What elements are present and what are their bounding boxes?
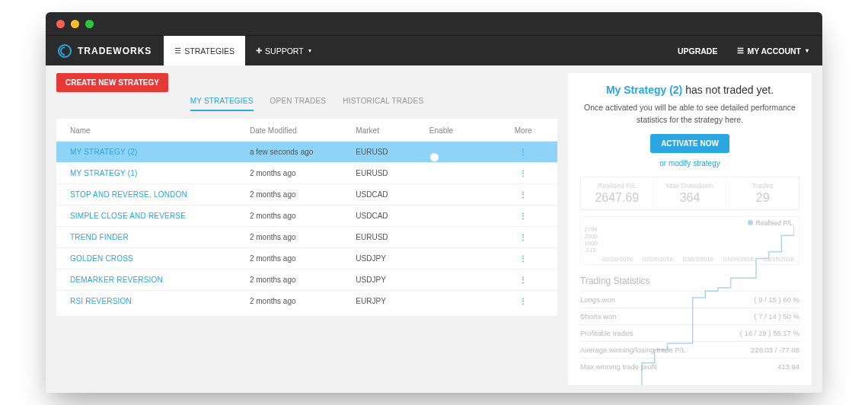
- stat-row: Realised P/L 2647.69 Max Drawdown 364 Tr…: [580, 177, 799, 210]
- strategy-market: USDJPY: [356, 276, 429, 284]
- strategy-name-link[interactable]: STOP AND REVERSE, LONDON: [70, 190, 250, 199]
- content-area: CREATE NEW STRATEGY MY STRATEGIES OPEN T…: [46, 65, 822, 393]
- window-minimize-icon[interactable]: [71, 20, 79, 28]
- tab-historical-trades[interactable]: HISTORICAL TRADES: [343, 97, 423, 111]
- table-row[interactable]: SIMPLE CLOSE AND REVERSE2 months agoUSDC…: [56, 205, 557, 226]
- stat-value: 29: [729, 191, 796, 205]
- nav-my-account-label: MY ACCOUNT: [747, 46, 801, 56]
- strategy-name-link[interactable]: RSI REVERSION: [70, 297, 250, 305]
- stat-max-drawdown: Max Drawdown 364: [653, 177, 726, 209]
- stat-value: 364: [657, 191, 723, 205]
- nav-strategies-label: STRATEGIES: [184, 46, 235, 56]
- strategy-name-link[interactable]: MY STRATEGY (1): [70, 169, 250, 177]
- nav-strategies[interactable]: ☰ STRATEGIES: [164, 36, 245, 65]
- nav-upgrade[interactable]: UPGRADE: [673, 46, 723, 56]
- stat-label: Max Drawdown: [657, 182, 723, 190]
- more-actions-button[interactable]: ⋮: [503, 212, 544, 220]
- create-strategy-button[interactable]: CREATE NEW STRATEGY: [56, 73, 168, 92]
- brand-logo-icon: [58, 44, 72, 58]
- brand-text: TRADEWORKS: [78, 46, 152, 56]
- nav-my-account[interactable]: ☰ MY ACCOUNT ▾: [732, 46, 813, 56]
- more-actions-button[interactable]: ⋮: [503, 297, 544, 305]
- strategy-date: 2 months ago: [250, 254, 356, 263]
- strategy-name-link[interactable]: SIMPLE CLOSE AND REVERSE: [70, 212, 250, 220]
- modify-strategy-link[interactable]: or modify strategy: [580, 159, 799, 167]
- detail-pane: My Strategy (2) has not traded yet. Once…: [568, 73, 812, 385]
- strategy-market: EURUSD: [356, 169, 429, 177]
- strategies-table: Name Date Modified Market Enable More MY…: [56, 119, 557, 316]
- pl-chart: Realised P/L 279420001000-118 02/20/2016…: [580, 216, 799, 266]
- col-more: More: [503, 126, 544, 135]
- strategy-market: USDCAD: [356, 190, 429, 199]
- nav-support[interactable]: ✚ SUPPORT ▾: [245, 36, 322, 65]
- strategy-date: 2 months ago: [250, 169, 356, 177]
- strategy-date: 2 months ago: [250, 212, 356, 220]
- stat-realised-pl: Realised P/L 2647.69: [581, 177, 653, 209]
- legend-dot-icon: [748, 220, 753, 225]
- table-row[interactable]: MY STRATEGY (1)2 months agoEURUSD⋮: [56, 162, 557, 183]
- strategy-market: EURUSD: [356, 233, 429, 241]
- strategy-date: 2 months ago: [250, 297, 356, 305]
- strategy-market: USDCAD: [356, 212, 429, 220]
- strategy-market: EURJPY: [356, 297, 429, 305]
- table-row[interactable]: DEMARKER REVERSION2 months agoUSDJPY⋮: [56, 269, 557, 290]
- table-header: Name Date Modified Market Enable More: [56, 126, 557, 141]
- detail-title-strategy: My Strategy (2): [606, 84, 682, 96]
- strategy-name-link[interactable]: GOLDEN CROSS: [70, 254, 250, 263]
- app-window: TRADEWORKS ☰ STRATEGIES ✚ SUPPORT ▾ UPGR…: [46, 12, 822, 393]
- col-name: Name: [70, 126, 250, 135]
- more-actions-button[interactable]: ⋮: [503, 276, 544, 284]
- chart-line: [604, 226, 794, 386]
- more-actions-button[interactable]: ⋮: [503, 148, 544, 156]
- col-enable: Enable: [429, 126, 503, 135]
- chevron-down-icon: ▾: [806, 47, 809, 54]
- table-row[interactable]: MY STRATEGY (2)a few seconds agoEURUSD⋮: [56, 141, 557, 162]
- strategy-date: 2 months ago: [250, 190, 356, 199]
- activate-button[interactable]: ACTIVATE NOW: [650, 134, 729, 153]
- support-icon: ✚: [256, 46, 262, 55]
- detail-subtitle: Once activated you will be able to see d…: [580, 102, 799, 126]
- more-actions-button[interactable]: ⋮: [503, 233, 544, 241]
- top-nav: TRADEWORKS ☰ STRATEGIES ✚ SUPPORT ▾ UPGR…: [46, 35, 822, 65]
- tab-my-strategies[interactable]: MY STRATEGIES: [190, 97, 254, 111]
- tab-open-trades[interactable]: OPEN TRADES: [270, 97, 327, 111]
- menu-icon: ☰: [737, 46, 744, 55]
- table-row[interactable]: TREND FINDER2 months agoEURUSD⋮: [56, 226, 557, 247]
- sub-tabs: MY STRATEGIES OPEN TRADES HISTORICAL TRA…: [56, 97, 557, 111]
- chevron-down-icon: ▾: [308, 47, 311, 54]
- table-row[interactable]: GOLDEN CROSS2 months agoUSDJPY⋮: [56, 247, 557, 269]
- stat-value: 2647.69: [584, 191, 650, 205]
- chart-x-axis: 02/20/201602/26/201603/03/201603/09/2016…: [602, 256, 794, 263]
- stat-label: Trades: [729, 182, 796, 190]
- nav-upgrade-label: UPGRADE: [678, 46, 718, 56]
- stat-label: Realised P/L: [584, 182, 650, 190]
- stat-trades: Trades 29: [726, 177, 799, 209]
- window-titlebar: [46, 12, 822, 35]
- strategy-date: 2 months ago: [250, 276, 356, 284]
- strategy-date: 2 months ago: [250, 233, 356, 241]
- strategies-icon: ☰: [174, 46, 181, 55]
- more-actions-button[interactable]: ⋮: [503, 190, 544, 199]
- more-actions-button[interactable]: ⋮: [503, 254, 544, 263]
- strategy-name-link[interactable]: DEMARKER REVERSION: [70, 276, 250, 284]
- window-close-icon[interactable]: [56, 20, 65, 28]
- table-row[interactable]: RSI REVERSION2 months agoEURJPY⋮: [56, 290, 557, 311]
- chart-y-axis: 279420001000-118: [584, 226, 598, 254]
- strategies-pane: CREATE NEW STRATEGY MY STRATEGIES OPEN T…: [56, 73, 557, 385]
- strategy-market: EURUSD: [356, 148, 429, 156]
- strategy-name-link[interactable]: MY STRATEGY (2): [70, 148, 250, 156]
- detail-title-rest: has not traded yet.: [682, 84, 774, 96]
- strategy-date: a few seconds ago: [250, 148, 356, 156]
- strategy-market: USDJPY: [356, 254, 429, 263]
- window-zoom-icon[interactable]: [85, 20, 94, 28]
- brand[interactable]: TRADEWORKS: [46, 36, 164, 65]
- strategy-name-link[interactable]: TREND FINDER: [70, 233, 250, 241]
- more-actions-button[interactable]: ⋮: [503, 169, 544, 177]
- col-date: Date Modified: [250, 126, 356, 135]
- detail-title: My Strategy (2) has not traded yet.: [580, 84, 799, 96]
- col-market: Market: [356, 126, 429, 135]
- table-row[interactable]: STOP AND REVERSE, LONDON2 months agoUSDC…: [56, 183, 557, 205]
- nav-support-label: SUPPORT: [265, 46, 304, 56]
